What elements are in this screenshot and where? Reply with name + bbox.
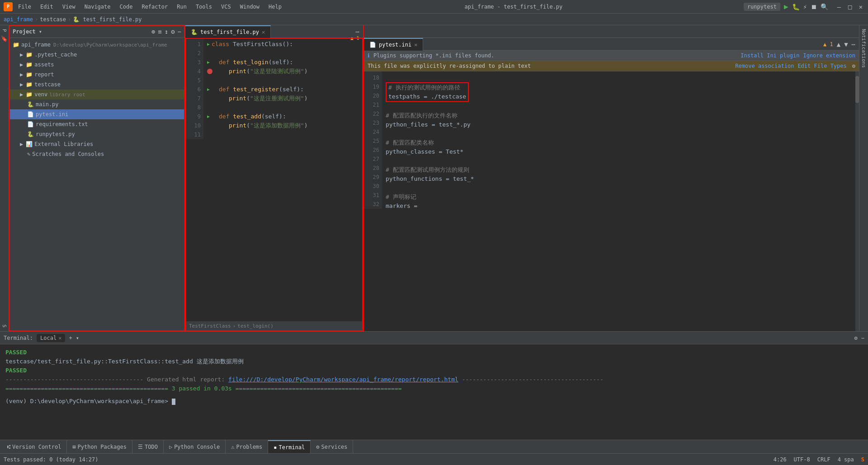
report-link[interactable]: file:///D:/develop/PyCharm/workspace/api… [228,376,458,383]
project-icon[interactable]: P [1,29,7,32]
terminal-tab-close[interactable]: ✕ [58,335,61,341]
menu-run[interactable]: Run [175,3,189,11]
remove-association-button[interactable]: Remove association [735,63,794,69]
tab-label: test_first_file.py [200,29,259,35]
tree-root[interactable]: 📁 api_frame D:\develop\PyCharm\workspace… [9,40,185,50]
editor-right-content[interactable]: 18 19 20 21 22 23 24 25 26 27 28 29 [364,71,859,331]
line-separator[interactable]: CRLF [817,456,830,463]
folder-icon: 📁 [26,71,33,78]
add-terminal-icon[interactable]: + [69,335,72,341]
terminal-content[interactable]: PASSED testcase/test_first_file.py::Test… [0,344,868,440]
tree-item-main[interactable]: 🐍 main.py [9,99,185,109]
right-code-content[interactable]: # 执行的测试用例的的路径 testpaths = ./testcase # 配… [382,71,859,212]
terminal-tab-local[interactable]: Local ✕ [37,334,65,342]
menu-edit[interactable]: Edit [38,3,55,11]
tree-item-venv[interactable]: ▶ 📁 venv library root [9,89,185,99]
editor-right-menu[interactable]: ▲ [837,41,840,48]
ignore-extension-button[interactable]: Ignore extension [803,52,855,59]
run-line-icon[interactable]: ▶ [207,112,210,121]
title-bar: P File Edit View Navigate Code Refactor … [0,0,868,14]
breadcrumb-testcase[interactable]: testcase [40,16,66,23]
run-config[interactable]: runpytest [744,3,780,11]
project-sidebar: Project ▾ ⊕ ≡ ↕ ⚙ − 📁 api_frame D:\devel… [9,25,185,331]
menu-vcs[interactable]: VCS [219,3,233,11]
tab-terminal[interactable]: ▪ Terminal [268,440,311,454]
tab-todo[interactable]: ☰ TODO [132,440,164,454]
tab-close-icon[interactable]: ✕ [262,29,265,35]
tree-item-runpytest[interactable]: 🐍 runpytest.py [9,129,185,139]
run-line-icon[interactable]: ▶ [207,40,210,49]
settings-icon[interactable]: ⚙ [171,28,175,35]
sort-icon[interactable]: ↕ [165,28,168,35]
breadcrumb-file[interactable]: 🐍 test_first_file.py [73,16,142,23]
locate-icon[interactable]: ⊕ [151,28,155,35]
editor-right-dots[interactable]: ⋯ [852,41,855,48]
debug-button[interactable]: 🐛 [792,3,800,10]
editor-right-menu2[interactable]: ▼ [844,41,848,48]
indent[interactable]: 4 spa [838,456,854,463]
tree-item-report[interactable]: ▶ 📁 report [9,70,185,80]
left-strip: P 🔖 S [0,25,9,331]
tree-item-pytest-cache[interactable]: ▶ 📁 .pytest_cache [9,50,185,60]
encoding[interactable]: UTF-8 [794,456,810,463]
install-ini-plugin-button[interactable]: Install Ini plugin [741,52,799,59]
close-button[interactable]: ✕ [857,3,864,10]
cursor-block [172,399,175,405]
editor-left-content[interactable]: 1 2 3 4 5 6 7 8 9 10 11 [185,38,363,331]
tree-item-label: report [34,71,54,78]
menu-tools[interactable]: Tools [194,3,214,11]
tab-python-packages[interactable]: ⊞ Python Packages [67,440,132,454]
tree-item-requirements[interactable]: 📄 requirements.txt [9,119,185,129]
run-line-icon[interactable]: ▶ [207,85,210,94]
tab-services[interactable]: ⚙ Services [311,440,353,454]
tab-test-first-file[interactable]: 🐍 test_first_file.py ✕ [185,25,271,38]
right-scrollbar-thumb[interactable] [855,76,859,103]
structure-icon[interactable]: S [1,324,7,328]
edit-file-types-settings-icon[interactable]: ⚙ [852,63,855,69]
edit-file-types-button[interactable]: Edit File Types [797,63,846,69]
code-content-left[interactable]: ▶ class TestFirstClass(): ▶ def test_log… [203,38,363,331]
tab-pytest-ini[interactable]: 📄 pytest.ini ✕ [364,38,423,51]
stop-button[interactable]: ⏹ [811,3,817,10]
terminal-settings-icon[interactable]: ⚙ [854,335,858,341]
right-code-line-32: markers = [386,202,855,211]
tree-item-pytest-ini[interactable]: 📄 pytest.ini [9,109,185,119]
collapse-icon[interactable]: ≡ [158,28,161,35]
notifications-label: Notifications [861,29,867,68]
menu-file[interactable]: File [16,3,33,11]
search-everywhere-button[interactable]: 🔍 [821,3,828,10]
terminal-minimize-icon[interactable]: − [861,335,864,341]
run-line-icon[interactable]: ▶ [207,58,210,67]
maximize-button[interactable]: □ [846,3,854,10]
coverage-button[interactable]: ⚡ [803,3,807,10]
menu-help[interactable]: Help [267,3,283,11]
warning-count: ▲ 1 [350,35,359,41]
tab-problems[interactable]: ⚠ Problems [226,440,268,454]
tree-item-label: Scratches and Consoles [32,151,104,157]
minimize-button[interactable]: — [835,3,843,10]
tree-item-label: External Libraries [34,141,93,147]
minimize-panel-icon[interactable]: − [178,28,181,35]
tab-python-console[interactable]: ▷ Python Console [164,440,226,454]
menu-view[interactable]: View [61,3,77,11]
run-button[interactable]: ▶ [784,2,788,11]
tree-item-scratches[interactable]: ✎ Scratches and Consoles [9,149,185,159]
tab-close-icon[interactable]: ✕ [414,42,417,48]
menu-navigate[interactable]: Navigate [83,3,113,11]
editor-toolbar-menu[interactable]: ⋯ [356,28,359,35]
menu-code[interactable]: Code [118,3,135,11]
breadcrumb-root[interactable]: api_frame [4,16,33,23]
warning-indicator: ▲ 1 [823,41,833,47]
tree-item-external-libs[interactable]: ▶ 📊 External Libraries [9,139,185,149]
right-code-line-23: python_files = test_*.py [386,120,855,129]
tree-item-testcase[interactable]: ▶ 📁 testcase [9,80,185,89]
menu-bar[interactable]: File Edit View Navigate Code Refactor Ru… [16,3,283,11]
terminal-options-icon[interactable]: ▾ [76,335,79,341]
tree-item-assets[interactable]: ▶ 📁 assets [9,60,185,70]
line-col[interactable]: 4:26 [774,456,787,463]
tab-version-control[interactable]: ⑆ Version Control [2,440,67,454]
menu-refactor[interactable]: Refactor [140,3,170,11]
menu-window[interactable]: Window [238,3,261,11]
bookmark-icon[interactable]: 🔖 [1,36,8,42]
right-scrollbar[interactable] [855,71,859,331]
